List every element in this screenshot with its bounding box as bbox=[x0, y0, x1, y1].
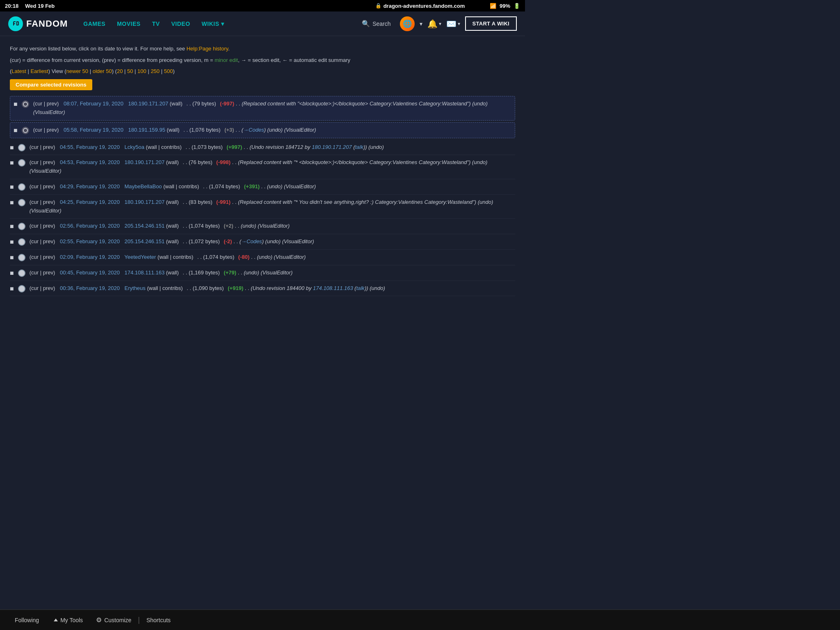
contribs-link[interactable]: contribs bbox=[162, 285, 181, 291]
codes-link[interactable]: →Codes bbox=[241, 238, 262, 244]
compare-revisions-button[interactable]: Compare selected revisions bbox=[10, 79, 92, 90]
revision-date[interactable]: 02:55, February 19, 2020 bbox=[60, 238, 120, 244]
wall-link[interactable]: wall bbox=[168, 199, 177, 205]
revision-bytes: . . (76 bytes) bbox=[183, 159, 212, 165]
radio-button-4[interactable] bbox=[18, 159, 25, 167]
notifications-button[interactable]: 🔔 ▾ bbox=[427, 19, 441, 29]
radio-button-5[interactable] bbox=[18, 183, 25, 191]
revision-content-5: (cur | prev) 04:29, February 19, 2020 Ma… bbox=[30, 183, 515, 191]
radio-button-3[interactable] bbox=[18, 144, 25, 151]
radio-button-7[interactable] bbox=[18, 223, 25, 230]
wall-link[interactable]: wall bbox=[171, 100, 180, 107]
revision-comment: (undo) (VisualEditor) bbox=[257, 254, 306, 260]
revision-content-2: (cur | prev) 05:58, February 19, 2020 18… bbox=[33, 126, 511, 135]
talk-link[interactable]: talk bbox=[356, 285, 365, 291]
count20-link[interactable]: 20 bbox=[117, 68, 123, 74]
radio-button-2[interactable] bbox=[22, 127, 29, 134]
radio-button-6[interactable] bbox=[18, 199, 25, 206]
revision-user[interactable]: Erytheus bbox=[125, 285, 146, 291]
talk-link[interactable]: talk bbox=[355, 144, 363, 150]
cur-prev: (cur | prev) bbox=[30, 285, 55, 291]
revision-user[interactable]: 180.191.159.95 bbox=[128, 127, 165, 133]
ref-user-link[interactable]: 180.190.171.207 bbox=[312, 144, 352, 150]
radio-button-1[interactable] bbox=[22, 100, 29, 108]
radio-button-8[interactable] bbox=[18, 238, 25, 246]
wall-link[interactable]: wall bbox=[168, 269, 177, 276]
start-wiki-button[interactable]: START A WIKI bbox=[465, 16, 517, 31]
revision-diff: (+2) bbox=[224, 223, 233, 229]
minor-edit-label: minor edit bbox=[215, 57, 238, 63]
wall-link[interactable]: wall bbox=[168, 159, 177, 165]
radio-button-10[interactable] bbox=[18, 269, 25, 277]
wall-link[interactable]: wall bbox=[168, 238, 177, 244]
revision-date[interactable]: 00:36, February 19, 2020 bbox=[60, 285, 120, 291]
revision-user[interactable]: 174.108.111.163 bbox=[125, 269, 165, 276]
revision-date[interactable]: 04:55, February 19, 2020 bbox=[60, 144, 120, 150]
wall-link[interactable]: wall bbox=[169, 127, 178, 133]
nav-video[interactable]: VIDEO bbox=[166, 11, 196, 36]
nav-games[interactable]: GAMES bbox=[78, 11, 111, 36]
messages-button[interactable]: ✉️ ▾ bbox=[446, 19, 460, 29]
nav-movies[interactable]: MOVIES bbox=[111, 11, 146, 36]
fandom-logo[interactable]: FANDOM bbox=[8, 16, 68, 31]
newer50-link[interactable]: newer 50 bbox=[66, 68, 88, 74]
revision-user[interactable]: 180.190.171.207 bbox=[125, 159, 165, 165]
revision-date[interactable]: 04:25, February 19, 2020 bbox=[60, 199, 120, 205]
count500-link[interactable]: 500 bbox=[164, 68, 173, 74]
revision-user[interactable]: Lcky5oa bbox=[125, 144, 144, 150]
revision-content-1: (cur | prev) 08:07, February 19, 2020 18… bbox=[33, 100, 511, 117]
revision-user[interactable]: MaybeBellaBoo bbox=[125, 183, 162, 189]
radio-button-11[interactable] bbox=[18, 285, 25, 292]
nav-wikis[interactable]: WIKIS ▾ bbox=[196, 11, 230, 36]
revision-date[interactable]: 00:45, February 19, 2020 bbox=[60, 269, 120, 276]
codes-link[interactable]: →Codes bbox=[243, 127, 264, 133]
count50-link[interactable]: 50 bbox=[127, 68, 133, 74]
revision-date[interactable]: 08:07, February 19, 2020 bbox=[64, 100, 123, 107]
count100-link[interactable]: 100 bbox=[137, 68, 146, 74]
user-avatar[interactable]: 🌐 bbox=[400, 16, 415, 31]
fandom-logo-icon bbox=[8, 16, 23, 31]
revision-date[interactable]: 04:53, February 19, 2020 bbox=[60, 159, 120, 165]
revision-content-9: (cur | prev) 02:09, February 19, 2020 Ye… bbox=[30, 253, 515, 262]
radio-button-9[interactable] bbox=[18, 254, 25, 261]
nav-tv[interactable]: TV bbox=[146, 11, 166, 36]
revision-diff: (-998) bbox=[216, 159, 231, 165]
revision-date[interactable]: 02:56, February 19, 2020 bbox=[60, 223, 120, 229]
status-bar: 20:18 Wed 19 Feb 🔒 dragon-adventures.fan… bbox=[0, 0, 525, 11]
earliest-link[interactable]: Earliest bbox=[30, 68, 48, 74]
revision-comment: (undo) (VisualEditor) bbox=[241, 223, 290, 229]
wall-link[interactable]: wall bbox=[149, 285, 158, 291]
logo-text: FANDOM bbox=[26, 18, 68, 29]
revision-user[interactable]: YeetedYeeter bbox=[124, 254, 156, 260]
main-nav: GAMES MOVIES TV VIDEO WIKIS ▾ bbox=[78, 11, 230, 36]
revision-content-10: (cur | prev) 00:45, February 19, 2020 17… bbox=[30, 269, 515, 277]
search-button[interactable]: 🔍 Search bbox=[358, 17, 395, 30]
revision-diff: (-80) bbox=[238, 254, 249, 260]
wall-link[interactable]: wall bbox=[168, 223, 177, 229]
revision-user[interactable]: 205.154.246.151 bbox=[125, 223, 165, 229]
revision-bytes: . . (1,072 bytes) bbox=[183, 238, 219, 244]
revision-user[interactable]: 180.190.171.207 bbox=[125, 199, 165, 205]
list-bullet: ■ bbox=[10, 223, 14, 230]
revision-date[interactable]: 02:09, February 19, 2020 bbox=[60, 254, 120, 260]
avatar-chevron-icon[interactable]: ▾ bbox=[420, 21, 422, 27]
older50-link[interactable]: older 50 bbox=[93, 68, 112, 74]
revision-diff: (-2) bbox=[224, 238, 232, 244]
help-page-history-link[interactable]: Help:Page history bbox=[187, 46, 228, 52]
revision-date[interactable]: 05:58, February 19, 2020 bbox=[64, 127, 123, 133]
wall-link[interactable]: wall bbox=[165, 183, 174, 189]
contribs-link[interactable]: contribs bbox=[161, 144, 180, 150]
revision-date[interactable]: 04:29, February 19, 2020 bbox=[60, 183, 120, 189]
revision-user[interactable]: 180.190.171.207 bbox=[128, 100, 169, 107]
ref-user-link[interactable]: 174.108.111.163 bbox=[313, 285, 353, 291]
revision-user[interactable]: 205.154.246.151 bbox=[125, 238, 165, 244]
latest-link[interactable]: Latest bbox=[11, 68, 26, 74]
list-bullet: ■ bbox=[10, 199, 14, 206]
wall-link[interactable]: wall bbox=[148, 144, 157, 150]
wall-link[interactable]: wall bbox=[159, 254, 168, 260]
count250-link[interactable]: 250 bbox=[151, 68, 160, 74]
revision-content-8: (cur | prev) 02:55, February 19, 2020 20… bbox=[30, 237, 515, 246]
contribs-link[interactable]: contribs bbox=[179, 183, 198, 189]
battery-icon: 🔋 bbox=[514, 3, 520, 9]
contribs-link[interactable]: contribs bbox=[173, 254, 192, 260]
